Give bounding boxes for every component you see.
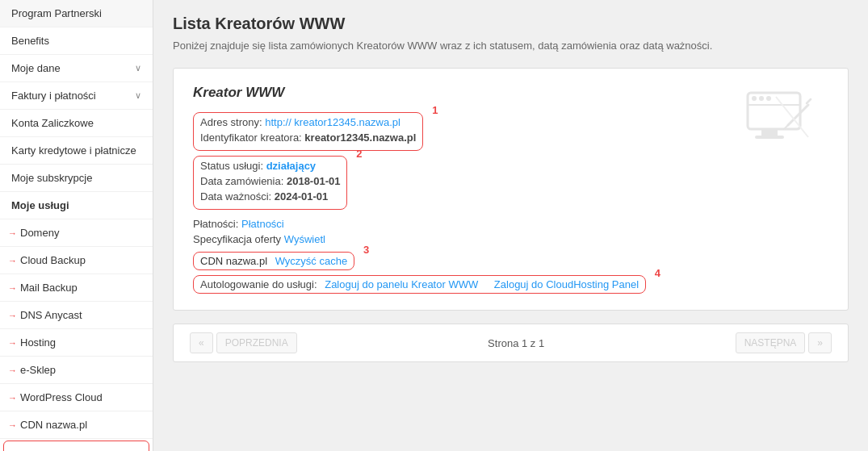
prev-button[interactable]: POPRZEDNIA bbox=[216, 332, 297, 353]
sidebar-item-label: WordPress Cloud bbox=[20, 391, 141, 403]
autologin-link-cloudhosting[interactable]: Zaloguj do CloudHosting Panel bbox=[494, 278, 639, 290]
main-content: Lista Kreatorów WWW Poniżej znajduje się… bbox=[153, 0, 868, 451]
sidebar-item-kreatory-www[interactable]: → Kreatory WWW bbox=[3, 441, 149, 451]
status-row: Status usługi: działający bbox=[200, 160, 340, 172]
arrow-right-icon: → bbox=[8, 338, 17, 348]
annotation-1: 1 bbox=[432, 104, 438, 116]
sidebar-item-dns-anycast[interactable]: → DNS Anycast bbox=[0, 302, 153, 329]
svg-rect-6 bbox=[755, 136, 784, 139]
svg-line-10 bbox=[776, 97, 808, 137]
sidebar-item-cdn-nazwa[interactable]: → CDN nazwa.pl bbox=[0, 411, 153, 439]
sidebar-item-label: Konta Zaliczkowe bbox=[11, 117, 94, 129]
sidebar-item-label: CDN nazwa.pl bbox=[20, 419, 141, 431]
validity-row: Data ważności: 2024-01-01 bbox=[200, 190, 340, 203]
arrow-right-icon: → bbox=[8, 365, 17, 375]
identifier-value: kreator12345.nazwa.pl bbox=[304, 132, 416, 144]
sidebar-item-benefits[interactable]: Benefits bbox=[0, 27, 153, 55]
pagination-bar: « POPRZEDNIA Strona 1 z 1 NASTĘPNA » bbox=[173, 324, 849, 362]
page-info: Strona 1 z 1 bbox=[488, 337, 544, 349]
service-card: Kreator WWW Adres strony: http:// kreato… bbox=[173, 68, 849, 311]
cdn-clear-link[interactable]: Wyczyść cache bbox=[275, 255, 347, 267]
sidebar-item-cloud-backup[interactable]: → Cloud Backup bbox=[0, 247, 153, 274]
sidebar-item-program-partnerski[interactable]: Program Partnerski bbox=[0, 0, 153, 27]
payment-row: Płatności: Płatności bbox=[193, 218, 732, 230]
spec-link[interactable]: Wyświetl bbox=[284, 233, 325, 245]
sidebar-item-label: Mail Backup bbox=[20, 282, 141, 294]
payment-link[interactable]: Płatności bbox=[241, 218, 284, 230]
page-title: Lista Kreatorów WWW bbox=[173, 15, 849, 33]
sidebar-item-faktury[interactable]: Faktury i płatności ∨ bbox=[0, 82, 153, 110]
sidebar-item-subskrypcje[interactable]: Moje subskrypcje bbox=[0, 165, 153, 192]
sidebar-item-label: Cloud Backup bbox=[20, 254, 141, 266]
sidebar-item-konta[interactable]: Konta Zaliczkowe bbox=[0, 110, 153, 137]
arrow-right-icon: → bbox=[8, 393, 17, 403]
sidebar-item-moje-dane[interactable]: Moje dane ∨ bbox=[0, 55, 153, 82]
arrow-right-icon: → bbox=[8, 420, 17, 430]
pagination-right: NASTĘPNA » bbox=[736, 332, 832, 353]
sidebar-item-domeny[interactable]: → Domeny bbox=[0, 219, 153, 247]
sidebar-item-label: DNS Anycast bbox=[20, 309, 141, 321]
svg-point-2 bbox=[752, 96, 757, 101]
address-row: Adres strony: http:// kreator12345.nazwa… bbox=[200, 116, 416, 128]
sidebar: Program Partnerski Benefits Moje dane ∨ … bbox=[0, 0, 153, 451]
annotation-4: 4 bbox=[655, 267, 660, 279]
pagination-left: « POPRZEDNIA bbox=[190, 332, 297, 353]
sidebar-item-label: Moje dane bbox=[11, 62, 61, 74]
arrow-right-icon: → bbox=[8, 256, 17, 265]
arrow-right-icon: → bbox=[8, 311, 17, 320]
sidebar-item-esklep[interactable]: → e-Sklep bbox=[0, 357, 153, 384]
validity-value: 2024-01-01 bbox=[275, 190, 329, 203]
autologin-link-kreator[interactable]: Zaloguj do panelu Kreator WWW bbox=[325, 278, 478, 290]
sidebar-item-mail-backup[interactable]: → Mail Backup bbox=[0, 274, 153, 302]
svg-rect-5 bbox=[761, 129, 778, 136]
sidebar-item-label: Faktury i płatności bbox=[11, 90, 96, 102]
sidebar-item-karty[interactable]: Karty kredytowe i płatnicze bbox=[0, 137, 153, 165]
sidebar-item-label: Moje subskrypcje bbox=[11, 172, 92, 184]
address-link[interactable]: http:// kreator12345.nazwa.pl bbox=[265, 116, 400, 128]
card-left: Kreator WWW Adres strony: http:// kreato… bbox=[193, 85, 732, 294]
chevron-down-icon: ∨ bbox=[135, 90, 141, 101]
next-button[interactable]: NASTĘPNA bbox=[736, 332, 806, 353]
annotation-3: 3 bbox=[363, 244, 369, 256]
page-subtitle: Poniżej znajduje się lista zamówionych K… bbox=[173, 40, 849, 52]
sidebar-item-label: e-Sklep bbox=[20, 364, 141, 376]
sidebar-item-label: Benefits bbox=[11, 35, 49, 47]
autologin-row: Autologowanie do usługi: Zaloguj do pane… bbox=[200, 278, 639, 290]
arrow-right-icon: → bbox=[8, 283, 17, 293]
sidebar-section-moje-uslugi: Moje usługi bbox=[0, 192, 153, 219]
sidebar-item-label: Hosting bbox=[20, 336, 141, 349]
next-arrow-button[interactable]: » bbox=[808, 332, 832, 353]
sidebar-item-wordpress-cloud[interactable]: → WordPress Cloud bbox=[0, 384, 153, 411]
prev-arrow-button[interactable]: « bbox=[190, 332, 213, 353]
sidebar-item-hosting[interactable]: → Hosting bbox=[0, 329, 153, 357]
arrow-right-icon: → bbox=[8, 228, 17, 238]
sidebar-item-label: Program Partnerski bbox=[11, 7, 102, 19]
cdn-label: CDN nazwa.pl bbox=[200, 255, 267, 267]
spec-row: Specyfikacja oferty Wyświetl bbox=[193, 233, 732, 245]
svg-point-4 bbox=[766, 96, 771, 101]
identifier-row: Identyfikator kreatora: kreator12345.naz… bbox=[200, 132, 416, 144]
chevron-down-icon: ∨ bbox=[135, 63, 141, 73]
order-date-row: Data zamówienia: 2018-01-01 bbox=[200, 175, 340, 187]
service-icon bbox=[732, 85, 828, 149]
svg-line-9 bbox=[807, 99, 811, 103]
order-date-value: 2018-01-01 bbox=[287, 175, 341, 187]
svg-point-3 bbox=[759, 96, 764, 101]
service-title: Kreator WWW bbox=[193, 85, 732, 101]
sidebar-item-label: Domeny bbox=[20, 227, 141, 239]
sidebar-item-label: Karty kredytowe i płatnicze bbox=[11, 144, 136, 157]
annotation-2: 2 bbox=[356, 148, 362, 160]
status-badge: działający bbox=[266, 160, 316, 172]
